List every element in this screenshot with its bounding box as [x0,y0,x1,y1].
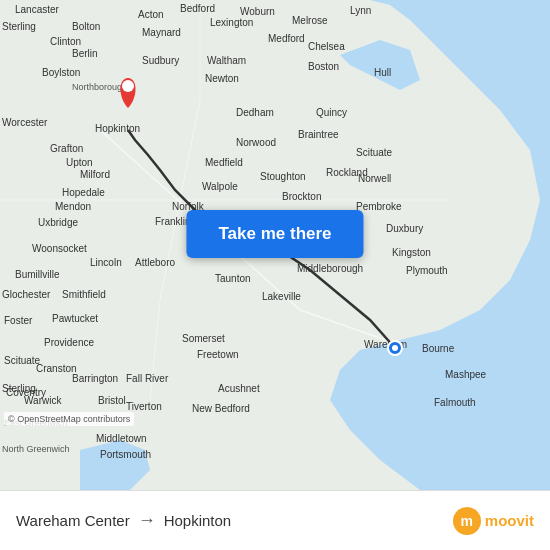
label-northborough: Northborough [72,82,127,92]
label-bristol: Bristol [98,395,126,406]
label-boston: Boston [308,61,339,72]
label-duxbury: Duxbury [386,223,423,234]
label-mendon: Mendon [55,201,91,212]
label-newton: Newton [205,73,239,84]
label-braintree: Braintree [298,129,339,140]
label-north-greenwich: North Greenwich [2,444,70,454]
label-somerset: Somerset [182,333,225,344]
label-scituate-l: Scituate [4,355,41,366]
label-bourne: Bourne [422,343,455,354]
label-sudbury: Sudbury [142,55,179,66]
label-plymouth: Plymouth [406,265,448,276]
label-dedham: Dedham [236,107,274,118]
label-warwick: Warwick [24,395,62,406]
label-woonsocket: Woonsocket [32,243,87,254]
label-hopedale: Hopedale [62,187,105,198]
label-maynard: Maynard [142,27,181,38]
take-me-there-button[interactable]: Take me there [186,210,363,258]
label-pembroke: Pembroke [356,201,402,212]
label-middleborough: Middleborough [297,263,363,274]
label-medfield: Medfield [205,157,243,168]
label-smithfield: Smithfield [62,289,106,300]
label-clinton: Clinton [50,36,81,47]
moovit-text: moovit [485,512,534,529]
label-milford: Milford [80,169,110,180]
label-taunton: Taunton [215,273,251,284]
label-acushnet: Acushnet [218,383,260,394]
label-middletown: Middletown [96,433,147,444]
label-freetown: Freetown [197,349,239,360]
label-stoughton: Stoughton [260,171,306,182]
moovit-icon: m [453,507,481,535]
bottom-bar: Wareham Center → Hopkinton m moovit [0,490,550,550]
label-norwell: Norwell [358,173,391,184]
label-woburn: Woburn [240,6,275,17]
label-lincoln: Lincoln [90,257,122,268]
arrow-icon: → [138,510,156,531]
label-scituate-r: Scituate [356,147,393,158]
label-chelsea: Chelsea [308,41,345,52]
label-new-bedford: New Bedford [192,403,250,414]
label-barrington: Barrington [72,373,118,384]
label-glochester: Glochester [2,289,51,300]
label-kingston: Kingston [392,247,431,258]
label-lynn: Lynn [350,5,371,16]
origin-label: Wareham Center [16,512,130,529]
label-bolton: Bolton [72,21,100,32]
label-lancaster: Lancaster [15,4,60,15]
label-hull: Hull [374,67,391,78]
label-upton: Upton [66,157,93,168]
label-norwood: Norwood [236,137,276,148]
label-uxbridge: Uxbridge [38,217,78,228]
label-hopkinton: Hopkinton [95,123,140,134]
label-brockton: Brockton [282,191,321,202]
map-attribution: © OpenStreetMap contributors [4,412,134,426]
map-container: Lancaster Acton Bedford Woburn Melrose L… [0,0,550,490]
label-bedford: Bedford [180,3,215,14]
svg-point-1 [122,80,134,92]
label-acton: Acton [138,9,164,20]
label-bumillville: Bumillville [15,269,60,280]
label-portsmouth: Portsmouth [100,449,151,460]
label-foster: Foster [4,315,33,326]
origin-dot-inner [392,345,398,351]
label-sterling: Sterling [2,21,36,32]
label-walpole: Walpole [202,181,238,192]
label-medford: Medford [268,33,305,44]
label-mashpee: Mashpee [445,369,487,380]
label-attleboro: Attleboro [135,257,175,268]
label-boylston: Boylston [42,67,80,78]
route-info: Wareham Center → Hopkinton [16,510,231,531]
label-lexington: Lexington [210,17,253,28]
label-quincy: Quincy [316,107,347,118]
label-grafton: Grafton [50,143,83,154]
label-providence: Providence [44,337,94,348]
label-waltham: Waltham [207,55,246,66]
label-franklin: Franklin [155,216,191,227]
label-melrose: Melrose [292,15,328,26]
label-tiverton: Tiverton [126,401,162,412]
label-fall-river: Fall River [126,373,169,384]
label-lakeville: Lakeville [262,291,301,302]
label-worcester: Worcester [2,117,48,128]
moovit-logo: m moovit [453,507,534,535]
label-falmouth: Falmouth [434,397,476,408]
label-berlin: Berlin [72,48,98,59]
label-cranston: Cranston [36,363,77,374]
destination-label: Hopkinton [164,512,232,529]
label-sterling-bl: Sterling [2,383,36,394]
label-pawtucket: Pawtucket [52,313,98,324]
